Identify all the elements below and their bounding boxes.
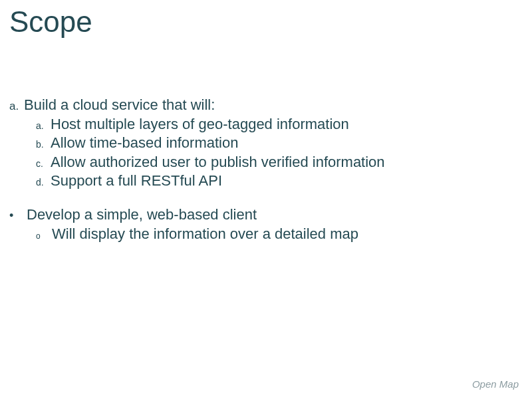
list-marker: b. xyxy=(36,138,47,150)
slide: Scope a. Build a cloud service that will… xyxy=(0,0,532,399)
list-text: Allow time-based information xyxy=(51,134,238,153)
list-item: a. Host multiple layers of geo-tagged in… xyxy=(36,115,519,134)
list-text: Will display the information over a deta… xyxy=(52,225,358,244)
list-marker: c. xyxy=(36,158,47,170)
list-item: • Develop a simple, web-based client o W… xyxy=(9,205,519,243)
footer-label: Open Map xyxy=(472,378,519,390)
list-text: Develop a simple, web-based client xyxy=(27,205,257,225)
list-marker: a. xyxy=(9,99,20,114)
list-text: Host multiple layers of geo-tagged infor… xyxy=(51,115,349,134)
list-item: o Will display the information over a de… xyxy=(36,225,519,244)
page-title: Scope xyxy=(9,5,92,39)
sublist: o Will display the information over a de… xyxy=(36,225,519,244)
sublist: a. Host multiple layers of geo-tagged in… xyxy=(36,115,519,191)
list-item: d. Support a full RESTful API xyxy=(36,172,519,191)
list-item: c. Allow authorized user to publish veri… xyxy=(36,153,519,172)
list-item: a. Build a cloud service that will: a. H… xyxy=(9,96,519,191)
list-marker: d. xyxy=(36,176,47,188)
list-text: Allow authorized user to publish verifie… xyxy=(51,153,385,172)
list-marker: o xyxy=(36,231,47,242)
list-text: Support a full RESTful API xyxy=(51,172,222,191)
list-marker: a. xyxy=(36,120,47,132)
list-item: b. Allow time-based information xyxy=(36,134,519,153)
content-block: a. Build a cloud service that will: a. H… xyxy=(9,96,519,258)
list-marker: • xyxy=(9,208,20,223)
list-text: Build a cloud service that will: xyxy=(24,96,215,115)
